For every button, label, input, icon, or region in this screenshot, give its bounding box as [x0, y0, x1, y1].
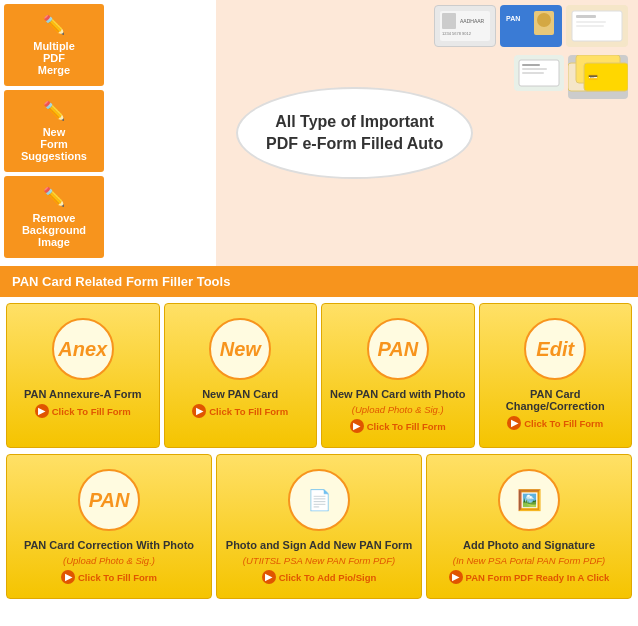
card-action-arrow-new-pan-card-photo: ▶	[350, 419, 364, 433]
card-circle-new-pan-card: New	[209, 318, 271, 380]
card-subtitle-new-pan-card-photo: (Upload Photo & Sig.)	[352, 404, 444, 415]
hero-images: AADHAAR1234 5678 9012 PAN	[428, 5, 628, 99]
svg-point-8	[537, 13, 551, 27]
card-action-label-new-pan-card-photo: Click To Fill Form	[367, 421, 446, 432]
hero-img-form	[566, 5, 628, 47]
card-title-pan-card-correction-photo: PAN Card Correction With Photo	[24, 539, 194, 551]
hero-img-form2	[514, 55, 564, 91]
card-pan-card-change[interactable]: Edit PAN Card Change/Correction ▶ Click …	[479, 303, 633, 448]
hero-img-cards: 💳	[568, 55, 628, 99]
card-title-pan-annexure-a: PAN Annexure-A Form	[24, 388, 142, 400]
top-section: ✏️Multiple PDF Merge✏️New Form Suggestio…	[0, 0, 638, 266]
svg-rect-2	[442, 13, 456, 29]
sidebar-btn-label: Multiple PDF Merge	[33, 40, 75, 76]
card-title-photo-sign-add-pan: Photo and Sign Add New PAN Form	[226, 539, 412, 551]
card-action-label-pan-card-correction-photo: Click To Fill Form	[78, 572, 157, 583]
hero-section: All Type of Important PDF e-Form Filled …	[216, 0, 638, 266]
card-action-arrow-pan-card-change: ▶	[507, 416, 521, 430]
svg-text:PAN: PAN	[506, 15, 520, 22]
section-header: PAN Card Related Form Filler Tools	[0, 266, 638, 297]
edit-icon: ✏️	[43, 100, 65, 122]
svg-rect-18	[522, 72, 544, 74]
card-subtitle-pan-card-correction-photo: (Upload Photo & Sig.)	[63, 555, 155, 566]
card-title-add-photo-signature: Add Photo and Signature	[463, 539, 595, 551]
sidebar-btn-multiple-pdf-merge[interactable]: ✏️Multiple PDF Merge	[4, 4, 104, 86]
card-circle-add-photo-signature: 🖼️	[498, 469, 560, 531]
hero-text-line1: All Type of Important	[275, 113, 434, 130]
svg-text:1234 5678 9012: 1234 5678 9012	[442, 31, 472, 36]
card-action-label-pan-annexure-a: Click To Fill Form	[52, 406, 131, 417]
card-subtitle-add-photo-signature: (In New PSA Portal PAN Form PDF)	[453, 555, 606, 566]
sidebar-btn-remove-background-image[interactable]: ✏️Remove Background Image	[4, 176, 104, 258]
svg-rect-12	[576, 21, 606, 23]
card-new-pan-card-photo[interactable]: PAN New PAN Card with Photo (Upload Phot…	[321, 303, 475, 448]
card-circle-new-pan-card-photo: PAN	[367, 318, 429, 380]
card-title-pan-card-change: PAN Card Change/Correction	[488, 388, 624, 412]
card-action-arrow-pan-annexure-a: ▶	[35, 404, 49, 418]
card-circle-photo-sign-add-pan: 📄	[288, 469, 350, 531]
card-action-label-photo-sign-add-pan: Click To Add Pio/Sign	[279, 572, 377, 583]
app-wrapper: ✏️Multiple PDF Merge✏️New Form Suggestio…	[0, 0, 638, 605]
card-action-arrow-pan-card-correction-photo: ▶	[61, 570, 75, 584]
card-action-arrow-new-pan-card: ▶	[192, 404, 206, 418]
hero-img-aadhaar: AADHAAR1234 5678 9012	[434, 5, 496, 47]
sidebar: ✏️Multiple PDF Merge✏️New Form Suggestio…	[0, 0, 108, 266]
card-title-new-pan-card: New PAN Card	[202, 388, 278, 400]
card-subtitle-photo-sign-add-pan: (UTIITSL PSA New PAN Form PDF)	[243, 555, 395, 566]
sidebar-btn-new-form-suggestions[interactable]: ✏️New Form Suggestions	[4, 90, 104, 172]
svg-rect-13	[576, 25, 604, 27]
edit-icon: ✏️	[43, 14, 65, 36]
card-action-photo-sign-add-pan[interactable]: ▶ Click To Add Pio/Sign	[262, 570, 377, 584]
sidebar-btn-label: Remove Background Image	[22, 212, 86, 248]
card-photo-sign-add-pan[interactable]: 📄 Photo and Sign Add New PAN Form (UTIIT…	[216, 454, 422, 599]
card-action-label-pan-card-change: Click To Fill Form	[524, 418, 603, 429]
card-action-add-photo-signature[interactable]: ▶ PAN Form PDF Ready In A Click	[449, 570, 610, 584]
hero-text-line2: PDF e-Form Filled Auto	[266, 135, 443, 152]
card-action-arrow-photo-sign-add-pan: ▶	[262, 570, 276, 584]
svg-rect-17	[522, 68, 547, 70]
card-action-label-add-photo-signature: PAN Form PDF Ready In A Click	[466, 572, 610, 583]
hero-bubble: All Type of Important PDF e-Form Filled …	[236, 87, 473, 180]
edit-icon: ✏️	[43, 186, 65, 208]
cards-row2: PAN PAN Card Correction With Photo (Uplo…	[0, 454, 638, 605]
svg-rect-16	[522, 64, 540, 66]
hero-img-pan: PAN	[500, 5, 562, 47]
card-action-pan-card-correction-photo[interactable]: ▶ Click To Fill Form	[61, 570, 157, 584]
card-action-label-new-pan-card: Click To Fill Form	[209, 406, 288, 417]
card-action-new-pan-card-photo[interactable]: ▶ Click To Fill Form	[350, 419, 446, 433]
card-title-new-pan-card-photo: New PAN Card with Photo	[330, 388, 465, 400]
card-pan-annexure-a[interactable]: Anex PAN Annexure-A Form ▶ Click To Fill…	[6, 303, 160, 448]
card-action-pan-annexure-a[interactable]: ▶ Click To Fill Form	[35, 404, 131, 418]
svg-text:AADHAAR: AADHAAR	[460, 18, 485, 24]
sidebar-btn-label: New Form Suggestions	[21, 126, 87, 162]
card-circle-pan-card-change: Edit	[524, 318, 586, 380]
card-action-pan-card-change[interactable]: ▶ Click To Fill Form	[507, 416, 603, 430]
svg-text:💳: 💳	[588, 72, 598, 82]
card-add-photo-signature[interactable]: 🖼️ Add Photo and Signature (In New PSA P…	[426, 454, 632, 599]
card-action-new-pan-card[interactable]: ▶ Click To Fill Form	[192, 404, 288, 418]
card-action-arrow-add-photo-signature: ▶	[449, 570, 463, 584]
card-pan-card-correction-photo[interactable]: PAN PAN Card Correction With Photo (Uplo…	[6, 454, 212, 599]
card-circle-pan-card-correction-photo: PAN	[78, 469, 140, 531]
card-circle-pan-annexure-a: Anex	[52, 318, 114, 380]
card-new-pan-card[interactable]: New New PAN Card ▶ Click To Fill Form	[164, 303, 318, 448]
cards-row1: Anex PAN Annexure-A Form ▶ Click To Fill…	[0, 297, 638, 454]
svg-rect-11	[576, 15, 596, 18]
